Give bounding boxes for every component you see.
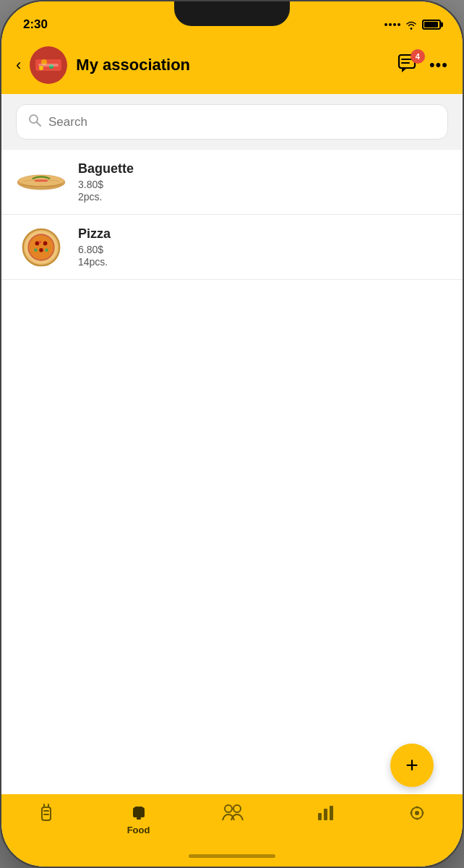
svg-point-45 (410, 812, 412, 814)
avatar-image (30, 46, 67, 84)
people-icon (221, 803, 244, 822)
main-content: Baguette 3.80$ 2pcs. (1, 94, 463, 794)
signal-icon (384, 23, 400, 26)
status-time: 2:30 (23, 17, 48, 32)
phone-screen: 2:30 ‹ (1, 1, 463, 867)
svg-point-34 (133, 807, 145, 811)
item-image-pizza (16, 227, 66, 267)
svg-rect-40 (330, 806, 333, 820)
items-list: Baguette 3.80$ 2pcs. (1, 150, 463, 794)
item-name: Pizza (78, 226, 448, 242)
item-info-pizza: Pizza 6.80$ 14pcs. (78, 226, 448, 268)
svg-point-36 (225, 805, 232, 812)
svg-point-42 (415, 811, 419, 815)
svg-rect-39 (324, 809, 327, 820)
status-icons (384, 20, 441, 30)
notch (174, 1, 290, 26)
phone-frame: 2:30 ‹ (0, 0, 464, 868)
food-icon (129, 803, 149, 822)
list-item[interactable]: Baguette 3.80$ 2pcs. (1, 150, 463, 215)
svg-point-5 (39, 66, 43, 70)
svg-point-22 (34, 248, 38, 252)
header-right: 4 ••• (398, 54, 448, 77)
svg-rect-38 (318, 813, 322, 820)
svg-point-23 (45, 248, 48, 252)
search-container (1, 94, 463, 150)
nav-item-people[interactable] (214, 803, 252, 822)
svg-rect-30 (43, 814, 49, 815)
svg-point-44 (416, 818, 418, 820)
svg-point-46 (421, 812, 424, 814)
svg-rect-14 (35, 179, 48, 182)
svg-point-20 (43, 241, 48, 245)
battery-icon (422, 20, 441, 30)
nav-item-drink[interactable] (30, 803, 63, 823)
avatar (30, 46, 67, 84)
svg-rect-35 (137, 817, 141, 820)
svg-line-11 (37, 122, 40, 126)
search-input[interactable] (48, 115, 436, 129)
item-quantity: 2pcs. (78, 191, 448, 203)
header-left: ‹ My association (16, 46, 190, 84)
search-icon (28, 114, 41, 130)
svg-point-24 (38, 240, 41, 243)
nav-label-food: Food (127, 825, 150, 835)
add-item-fab[interactable]: + (390, 744, 434, 787)
nav-item-settings[interactable] (400, 803, 434, 823)
notification-badge: 4 (411, 49, 425, 64)
drink-icon (37, 803, 56, 823)
search-box (16, 104, 448, 140)
svg-point-43 (416, 807, 418, 809)
item-price: 3.80$ (78, 179, 448, 190)
item-image-baguette (16, 162, 66, 202)
svg-rect-29 (43, 810, 49, 812)
notification-button[interactable]: 4 (398, 54, 419, 77)
item-name: Baguette (78, 161, 448, 176)
header: ‹ My association (1, 39, 463, 94)
chart-icon (315, 803, 335, 822)
home-indicator (189, 854, 275, 858)
nav-item-food[interactable]: Food (120, 803, 158, 835)
item-info-baguette: Baguette 3.80$ 2pcs. (78, 161, 448, 203)
item-price: 6.80$ (78, 244, 448, 255)
item-quantity: 14pcs. (78, 256, 448, 268)
more-options-button[interactable]: ••• (429, 56, 448, 75)
page-title: My association (76, 56, 190, 75)
list-item[interactable]: Pizza 6.80$ 14pcs. (1, 215, 463, 280)
nav-item-chart[interactable] (308, 803, 343, 822)
wifi-icon (405, 20, 418, 30)
back-button[interactable]: ‹ (16, 56, 21, 75)
settings-icon (407, 803, 427, 823)
svg-point-18 (29, 235, 53, 260)
svg-point-21 (39, 247, 43, 252)
svg-point-37 (233, 805, 241, 812)
